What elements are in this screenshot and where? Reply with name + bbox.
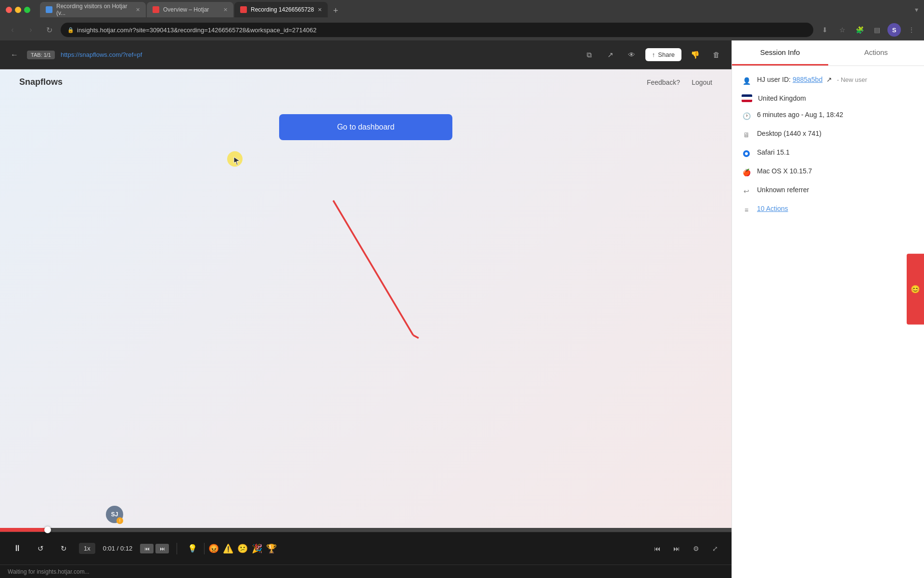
close-traffic-light[interactable]: [6, 7, 12, 13]
playback-timeline[interactable]: [0, 528, 732, 532]
logout-link[interactable]: Logout: [692, 79, 712, 86]
prev-recording-button[interactable]: ⏮: [651, 542, 664, 555]
page-content: Go to dashboard: [0, 95, 732, 140]
session-info-tab[interactable]: Session Info: [732, 40, 828, 66]
download-icon[interactable]: ⬇: [818, 23, 832, 37]
rate-experience-sidebar[interactable]: 😊 Rate your experience: [907, 254, 924, 325]
highlight-button[interactable]: 👁: [624, 47, 640, 63]
page-nav-links: Feedback? Logout: [647, 79, 712, 86]
referrer-icon: ↩: [742, 186, 751, 196]
speed-control[interactable]: 1x: [79, 543, 95, 554]
actions-count-row: ≡ 10 Actions: [742, 205, 914, 215]
avatar-warning-icon: !: [116, 517, 123, 524]
right-panel: Session Info Actions 👤 HJ user ID: 9885a…: [732, 40, 924, 578]
country-value: United Kingdom: [758, 94, 806, 102]
user-id-value: HJ user ID: 9885a5bd ↗ - New user: [757, 76, 867, 83]
browser-row: Safari 15.1: [742, 148, 914, 158]
apple-icon: 🍎: [742, 168, 751, 177]
actions-tab[interactable]: Actions: [828, 40, 924, 66]
os-value: Mac OS X 10.15.7: [757, 167, 812, 175]
pause-button[interactable]: ⏸: [10, 541, 25, 556]
playback-scrubber[interactable]: [44, 526, 51, 533]
country-row: United Kingdom: [742, 94, 914, 102]
forward-button[interactable]: ›: [24, 23, 38, 37]
browser-tab-3[interactable]: Recording 14266565728 ✕: [234, 2, 328, 17]
recording-url[interactable]: https://snapflows.com/?ref=pf: [61, 51, 142, 58]
url-text: insights.hotjar.com/r?site=3090413&recor…: [77, 26, 317, 34]
copy-link-button[interactable]: ⧉: [582, 47, 597, 63]
bookmark-icon[interactable]: ☆: [835, 23, 849, 37]
minimize-traffic-light[interactable]: [15, 7, 21, 13]
browser-icon: [742, 149, 751, 158]
share-button[interactable]: ↑ Share: [645, 48, 681, 61]
settings-button[interactable]: ⚙: [689, 542, 703, 555]
tab-2-favicon: [153, 6, 159, 13]
referrer-row: ↩ Unknown referrer: [742, 186, 914, 196]
rate-emoji-icon: 😊: [911, 285, 921, 294]
share-label: Share: [658, 51, 675, 58]
browser-tab-2[interactable]: Overview – Hotjar ✕: [147, 2, 233, 17]
rage-click-filter[interactable]: 😡: [208, 543, 219, 554]
share-icon: ↑: [652, 51, 655, 58]
tab-1-favicon: [46, 6, 52, 13]
next-action-button[interactable]: ⏭: [155, 544, 169, 553]
lightbulb-filter-button[interactable]: 💡: [185, 541, 200, 556]
external-link-button[interactable]: ↗: [603, 47, 618, 63]
prev-action-button[interactable]: ⏮: [140, 544, 154, 553]
traffic-lights: [6, 7, 30, 13]
trophy-filter[interactable]: 🏆: [266, 543, 277, 554]
time-value: 6 minutes ago - Aug 1, 18:42: [757, 111, 843, 118]
monitor-icon: 🖥: [742, 130, 751, 140]
maximize-traffic-light[interactable]: [24, 7, 30, 13]
more-menu-icon[interactable]: ⋮: [905, 23, 918, 37]
browser-tab-1[interactable]: Recording visitors on Hotjar (v... ✕: [40, 2, 146, 17]
player-toolbar: ← TAB: 1/1 https://snapflows.com/?ref=pf…: [0, 40, 732, 69]
user-icon: 👤: [742, 76, 751, 86]
new-tab-button[interactable]: +: [329, 4, 342, 17]
tab-info-badge: TAB: 1/1: [27, 51, 55, 59]
profile-avatar[interactable]: S: [887, 23, 901, 37]
nav-actions: ⬇ ☆ 🧩 ▤ S ⋮: [818, 23, 918, 37]
time-display: 0:01 / 0:12: [103, 545, 132, 552]
dashboard-button[interactable]: Go to dashboard: [279, 114, 452, 140]
rewind-button[interactable]: ↺: [33, 541, 48, 556]
fullscreen-button[interactable]: ⤢: [708, 542, 722, 555]
party-filter[interactable]: 🎉: [252, 543, 262, 554]
next-recording-button[interactable]: ⏭: [670, 542, 683, 555]
lock-icon: 🔒: [67, 27, 74, 33]
page-navbar: Snapflows Feedback? Logout: [0, 69, 732, 95]
sidebar-icon[interactable]: ▤: [870, 23, 884, 37]
browser-tabs: Recording visitors on Hotjar (v... ✕ Ove…: [40, 2, 342, 17]
controls-divider: [177, 543, 177, 554]
user-id-link[interactable]: 9885a5bd: [793, 76, 822, 83]
emoji-controls: 💡 😡 ⚠️ 😕 🎉 🏆: [185, 541, 277, 556]
feedback-link[interactable]: Feedback?: [647, 79, 680, 86]
back-to-list-button[interactable]: ←: [8, 48, 21, 62]
os-row: 🍎 Mac OS X 10.15.7: [742, 167, 914, 177]
address-bar[interactable]: 🔒 insights.hotjar.com/r?site=3090413&rec…: [61, 23, 813, 37]
tab-2-label: Overview – Hotjar: [163, 6, 209, 13]
tab-3-close[interactable]: ✕: [318, 7, 322, 13]
delete-button[interactable]: 🗑: [708, 47, 724, 63]
status-text: Waiting for insights.hotjar.com...: [8, 568, 90, 575]
skip-forward-button[interactable]: ↻: [56, 541, 71, 556]
tab-1-close[interactable]: ✕: [136, 7, 140, 13]
browser-navbar: ‹ › ↻ 🔒 insights.hotjar.com/r?site=30904…: [0, 19, 924, 40]
new-user-badge: - New user: [837, 76, 867, 83]
tab-2-close[interactable]: ✕: [223, 7, 228, 13]
uk-flag-icon: [742, 94, 752, 102]
confused-filter[interactable]: 😕: [237, 543, 248, 554]
dislike-button[interactable]: 👎: [687, 47, 703, 63]
actions-count-link[interactable]: 10 Actions: [757, 205, 788, 212]
clock-icon: 🕐: [742, 111, 751, 121]
status-bar: Waiting for insights.hotjar.com...: [0, 565, 732, 578]
browser-menu-button[interactable]: ▾: [915, 6, 918, 13]
tab-3-label: Recording 14266565728: [251, 6, 314, 13]
page-logo: Snapflows: [19, 77, 63, 87]
error-filter[interactable]: ⚠️: [223, 543, 233, 554]
reload-button[interactable]: ↻: [42, 23, 56, 37]
external-link-icon: ↗: [826, 76, 832, 83]
emoji-divider: [204, 543, 205, 554]
extensions-icon[interactable]: 🧩: [853, 23, 866, 37]
back-button[interactable]: ‹: [6, 23, 19, 37]
